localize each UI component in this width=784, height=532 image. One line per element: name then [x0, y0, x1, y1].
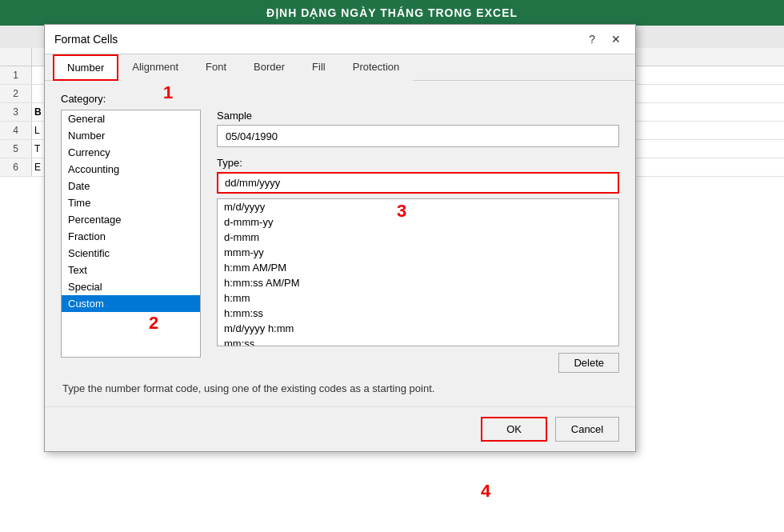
- category-percentage[interactable]: Percentage: [62, 211, 200, 228]
- dialog-title-controls: ? ✕: [584, 31, 626, 47]
- category-list[interactable]: General Number Currency Accounting Date …: [61, 110, 201, 358]
- hint-text: Type the number format code, using one o…: [61, 382, 619, 394]
- delete-row: Delete: [217, 353, 619, 373]
- category-custom[interactable]: Custom: [62, 295, 200, 312]
- dialog-close-button[interactable]: ✕: [606, 31, 626, 47]
- cancel-button[interactable]: Cancel: [555, 417, 619, 442]
- tab-border[interactable]: Border: [240, 54, 298, 81]
- category-fraction[interactable]: Fraction: [62, 228, 200, 245]
- category-label: Category:: [61, 93, 619, 105]
- annotation-4: 4: [481, 481, 490, 502]
- dialog-help-button[interactable]: ?: [584, 31, 600, 47]
- category-date[interactable]: Date: [62, 178, 200, 194]
- format-cells-dialog: 1 2 3 4 Format Cells ? ✕ Number Alignmen…: [44, 24, 636, 452]
- type-item-hmmss-ampm[interactable]: h:mm:ss AM/PM: [218, 275, 618, 290]
- tab-protection[interactable]: Protection: [339, 54, 414, 81]
- type-label: Type:: [217, 157, 619, 169]
- category-time[interactable]: Time: [62, 194, 200, 211]
- tab-number[interactable]: Number: [53, 54, 118, 81]
- type-item-mdy-hmm[interactable]: m/d/yyyy h:mm: [218, 321, 618, 336]
- tab-font[interactable]: Font: [192, 54, 240, 81]
- type-item-dmmmy[interactable]: d-mmm-yy: [218, 214, 618, 230]
- type-input[interactable]: [217, 172, 619, 194]
- category-number[interactable]: Number: [62, 127, 200, 144]
- annotation-3: 3: [397, 201, 406, 222]
- type-item-dmmm[interactable]: d-mmm: [218, 230, 618, 245]
- type-item-hmmss[interactable]: h:mm:ss: [218, 306, 618, 321]
- tab-fill[interactable]: Fill: [298, 54, 339, 81]
- right-panel: Sample 05/04/1990 Type: m/d/yyyy d-mmm-y…: [217, 110, 619, 373]
- dialog-content: Category: General Number Currency Accoun…: [45, 81, 635, 406]
- type-input-wrapper: [217, 172, 619, 194]
- type-item-mmmy[interactable]: mmm-yy: [218, 245, 618, 260]
- category-scientific[interactable]: Scientific: [62, 245, 200, 262]
- annotation-2: 2: [149, 313, 158, 334]
- type-item-mmss[interactable]: mm:ss: [218, 336, 618, 346]
- delete-button[interactable]: Delete: [558, 353, 619, 373]
- type-item-mdy[interactable]: m/d/yyyy: [218, 199, 618, 214]
- dialog-title-bar: Format Cells ? ✕: [45, 25, 635, 54]
- excel-title-bar: ĐỊNH DẠNG NGÀY THÁNG TRONG EXCEL: [0, 0, 784, 26]
- sample-label: Sample: [217, 110, 619, 122]
- category-currency[interactable]: Currency: [62, 144, 200, 161]
- type-item-hmm[interactable]: h:mm: [218, 290, 618, 306]
- category-text[interactable]: Text: [62, 262, 200, 278]
- type-list-container: m/d/yyyy d-mmm-yy d-mmm mmm-yy h:mm AM/P…: [217, 198, 619, 346]
- dialog-title: Format Cells: [54, 33, 118, 46]
- category-special[interactable]: Special: [62, 278, 200, 295]
- tab-alignment[interactable]: Alignment: [118, 54, 192, 81]
- ok-button[interactable]: OK: [481, 417, 547, 442]
- type-list[interactable]: m/d/yyyy d-mmm-yy d-mmm mmm-yy h:mm AM/P…: [217, 198, 619, 346]
- main-content-row: General Number Currency Accounting Date …: [61, 110, 619, 373]
- grid-corner: [0, 48, 32, 66]
- dialog-footer: OK Cancel: [45, 406, 635, 451]
- tab-bar: Number Alignment Font Border Fill Protec…: [45, 54, 635, 81]
- type-item-hmmampm[interactable]: h:mm AM/PM: [218, 260, 618, 275]
- annotation-1: 1: [163, 82, 173, 103]
- category-box: General Number Currency Accounting Date …: [61, 110, 201, 373]
- category-general[interactable]: General: [62, 110, 200, 127]
- sample-value: 05/04/1990: [217, 125, 619, 147]
- excel-title-text: ĐỊNH DẠNG NGÀY THÁNG TRONG EXCEL: [266, 6, 518, 19]
- category-accounting[interactable]: Accounting: [62, 161, 200, 178]
